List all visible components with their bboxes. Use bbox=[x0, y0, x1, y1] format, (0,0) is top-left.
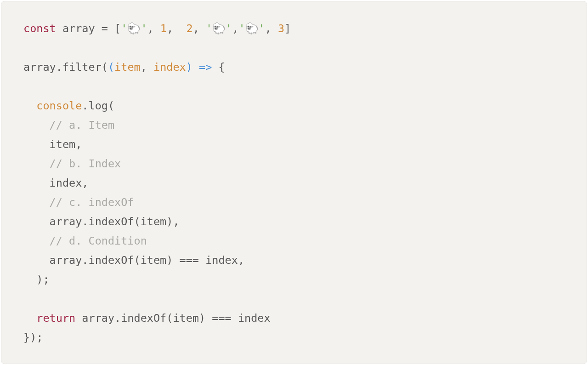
indent bbox=[23, 138, 50, 151]
keyword-return: return bbox=[36, 312, 75, 325]
operator-assign: = bbox=[102, 22, 114, 35]
comment-a-item: // a. Item bbox=[50, 119, 114, 131]
punct-comma: , bbox=[167, 22, 186, 35]
punct-lbracket: [ bbox=[114, 22, 121, 35]
indent bbox=[23, 196, 50, 209]
code-line-16: return array.indexOf(item) === index bbox=[23, 312, 271, 325]
code-line-9: index, bbox=[23, 177, 88, 189]
indent bbox=[23, 119, 50, 131]
punct-comma: , bbox=[232, 22, 238, 35]
string-quote: ' bbox=[259, 22, 265, 35]
code-line-3: array.filter((item, index) => { bbox=[23, 61, 225, 74]
arg-condition: array.indexOf(item) === index, bbox=[50, 254, 244, 267]
punct-comma: , bbox=[147, 22, 160, 35]
string-quote: ' bbox=[141, 22, 147, 35]
indent bbox=[23, 312, 36, 325]
string-quote: ' bbox=[206, 22, 212, 35]
return-expr: array.indexOf(item) === index bbox=[75, 312, 270, 325]
comment-c-indexof: // c. indexOf bbox=[50, 196, 134, 209]
keyword-const: const bbox=[23, 22, 56, 35]
emoji-sheep: 🐑 bbox=[212, 22, 226, 35]
indent bbox=[23, 99, 36, 112]
emoji-sheep: 🐑 bbox=[127, 22, 141, 35]
comment-d-condition: // d. Condition bbox=[50, 234, 147, 247]
indent bbox=[23, 254, 50, 267]
code-line-7: item, bbox=[23, 138, 82, 151]
code-line-6: // a. Item bbox=[23, 119, 114, 131]
param-item: item bbox=[114, 61, 141, 74]
paren-close: ) bbox=[186, 61, 192, 74]
number-literal: 2 bbox=[186, 22, 192, 35]
paren-open: ( bbox=[108, 61, 114, 74]
arg-item: item, bbox=[50, 138, 82, 151]
indent bbox=[23, 234, 50, 247]
punct-comma: , bbox=[141, 61, 153, 74]
code-line-12: // d. Condition bbox=[23, 234, 147, 247]
emoji-sheep: 🐑 bbox=[245, 22, 259, 35]
code-line-8: // b. Index bbox=[23, 157, 121, 170]
punct-comma: , bbox=[265, 22, 278, 35]
number-literal: 1 bbox=[160, 22, 167, 35]
closing-braces: }); bbox=[23, 331, 43, 344]
code-line-10: // c. indexOf bbox=[23, 196, 134, 209]
param-index: index bbox=[153, 61, 186, 74]
comment-b-index: // b. Index bbox=[50, 157, 121, 170]
indent bbox=[23, 177, 50, 189]
indent bbox=[23, 215, 50, 228]
code-line-11: array.indexOf(item), bbox=[23, 215, 180, 228]
punct-comma: , bbox=[193, 22, 206, 35]
code-line-5: console.log( bbox=[23, 99, 114, 112]
string-quote: ' bbox=[121, 22, 127, 35]
arg-indexof: array.indexOf(item), bbox=[50, 215, 180, 228]
arg-index: index, bbox=[50, 177, 89, 189]
indent bbox=[23, 273, 36, 286]
punct-rbracket: ] bbox=[284, 22, 291, 35]
indent bbox=[23, 157, 50, 170]
brace-open: { bbox=[212, 61, 225, 74]
identifier-array: array bbox=[56, 22, 102, 35]
number-literal: 3 bbox=[278, 22, 284, 35]
code-line-17: }); bbox=[23, 331, 43, 344]
string-quote: ' bbox=[226, 22, 232, 35]
code-line-13: array.indexOf(item) === index, bbox=[23, 254, 244, 267]
identifier-console: console bbox=[36, 99, 82, 112]
string-quote: ' bbox=[238, 22, 245, 35]
arrow-fn: => bbox=[192, 61, 212, 74]
call-log: .log( bbox=[82, 99, 114, 112]
code-line-1: const array = ['🐑', 1, 2, '🐑','🐑', 3] bbox=[23, 22, 291, 35]
paren-close-semi: ); bbox=[36, 273, 49, 286]
code-block: const array = ['🐑', 1, 2, '🐑','🐑', 3] ar… bbox=[1, 1, 587, 364]
code-line-14: ); bbox=[23, 273, 50, 286]
call-filter: array.filter( bbox=[23, 61, 108, 74]
